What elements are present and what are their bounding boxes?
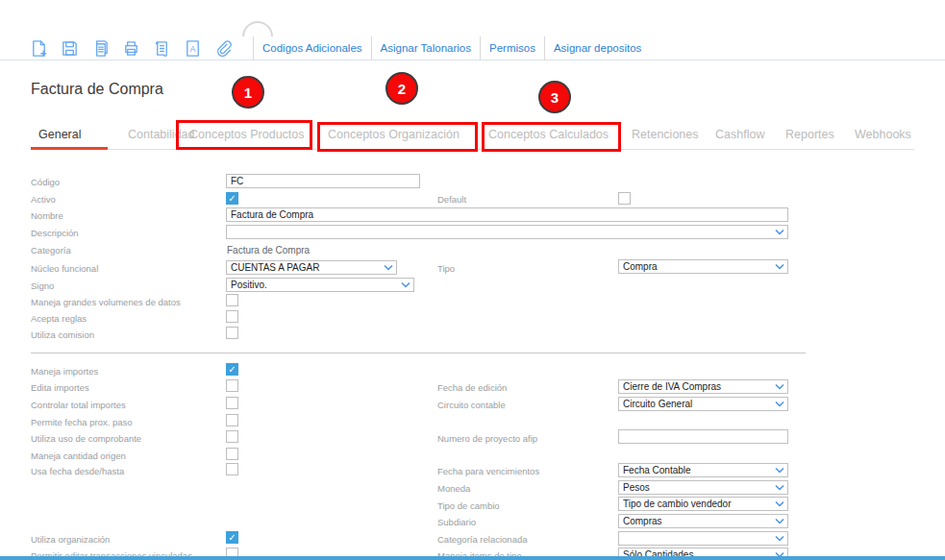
fecha-edicion-value: Cierre de IVA Compras <box>619 381 775 392</box>
save-icon[interactable] <box>60 38 80 59</box>
chevron-down-icon <box>775 519 784 524</box>
descripcion-label: Descripción <box>31 228 79 238</box>
edita-importes-label: Edita importes <box>31 382 89 393</box>
categoria-label: Categoría <box>31 245 71 256</box>
utiliza-uso-checkbox[interactable] <box>226 430 238 443</box>
categoria-relacionada-label: Categoría relacionada <box>437 534 527 545</box>
nucleo-funcional-select[interactable]: CUENTAS A PAGAR <box>226 260 397 275</box>
circuito-contable-label: Circuito contable <box>437 400 506 410</box>
fecha-vencimientos-label: Fecha para vencimientos <box>437 466 539 476</box>
section-divider <box>31 353 806 353</box>
text-document-icon[interactable]: A <box>183 38 203 59</box>
subdiario-label: Subdiario <box>437 517 476 527</box>
default-label: Default <box>437 194 466 205</box>
permite-fecha-label: Permite fecha prox. paso <box>31 417 133 427</box>
attachment-icon[interactable] <box>213 38 234 59</box>
tab-cashflow[interactable]: Cashflow <box>715 128 764 141</box>
journal-icon[interactable] <box>152 38 172 59</box>
toolbar-separator <box>253 37 254 60</box>
chevron-down-icon <box>384 265 393 271</box>
descripcion-select[interactable] <box>226 225 788 239</box>
default-checkbox[interactable] <box>618 192 631 205</box>
annotation-circle-3: 3 <box>538 81 571 113</box>
subdiario-value: Compras <box>619 516 775 526</box>
new-document-icon[interactable] <box>29 38 49 59</box>
tab-webhooks[interactable]: Webhooks <box>855 128 911 141</box>
moneda-select[interactable]: Pesos <box>618 480 788 495</box>
signo-select[interactable]: Positivo. <box>226 278 414 292</box>
utiliza-comision-checkbox[interactable] <box>226 327 238 339</box>
permisos-link[interactable]: Permisos <box>489 42 535 54</box>
tab-retenciones[interactable]: Retenciones <box>632 128 699 141</box>
chevron-down-icon <box>775 264 784 270</box>
toolbar-divider <box>0 60 945 61</box>
annotation-box-1 <box>176 120 312 150</box>
codigos-adicionales-link[interactable]: Codigos Adicionales <box>262 42 362 54</box>
annotation-number: 2 <box>398 81 406 97</box>
fecha-vencimientos-select[interactable]: Fecha Contable <box>618 463 788 477</box>
numero-proyecto-label: Numero de proyecto afip <box>437 433 537 444</box>
tipo-value: Compra <box>619 261 775 272</box>
bottom-blue-bar <box>0 556 945 560</box>
chevron-down-icon <box>775 536 784 542</box>
maneja-cantidad-label: Maneja cantidad origen <box>31 450 126 461</box>
tipo-select[interactable]: Compra <box>618 259 788 274</box>
chevron-down-icon <box>775 468 784 474</box>
permite-fecha-checkbox[interactable] <box>226 414 238 426</box>
codigo-input[interactable] <box>226 174 420 188</box>
circuito-contable-select[interactable]: Circuito General <box>618 397 788 411</box>
signo-label: Signo <box>31 280 54 291</box>
maneja-grandes-label: Maneja grandes volumenes de datos <box>31 297 181 307</box>
print-icon[interactable] <box>121 38 141 59</box>
toolbar-separator <box>544 37 545 60</box>
fecha-edicion-select[interactable]: Cierre de IVA Compras <box>618 379 788 394</box>
maneja-grandes-checkbox[interactable] <box>226 294 238 306</box>
svg-text:A: A <box>190 43 196 53</box>
annotation-circle-2: 2 <box>385 72 418 105</box>
activo-checkbox[interactable] <box>226 192 238 205</box>
utiliza-organizacion-checkbox[interactable] <box>226 531 238 544</box>
numero-proyecto-input[interactable] <box>618 429 788 444</box>
asignar-depositos-link[interactable]: Asignar depositos <box>554 42 641 54</box>
utiliza-uso-label: Utiliza uso de comprobante <box>31 433 141 444</box>
fecha-vencimientos-value: Fecha Contable <box>619 465 775 475</box>
tipo-cambio-label: Tipo de cambio <box>437 500 500 511</box>
asignar-talonarios-link[interactable]: Asignar Talonarios <box>381 42 471 54</box>
chevron-down-icon <box>775 402 784 407</box>
toolbar-separator <box>480 37 481 60</box>
toolbar: A Codigos Adicionales Asignar Talonarios… <box>29 37 641 60</box>
annotation-box-2 <box>317 122 478 152</box>
page-title: Factura de Compra <box>31 81 163 98</box>
acepta-reglas-label: Acepta reglas <box>31 313 87 324</box>
edita-importes-checkbox[interactable] <box>226 379 238 392</box>
copy-icon[interactable] <box>90 38 111 59</box>
usa-fecha-checkbox[interactable] <box>226 463 238 475</box>
categoria-relacionada-select[interactable] <box>618 531 788 546</box>
subdiario-select[interactable]: Compras <box>618 514 788 528</box>
loading-spinner-arc <box>242 21 273 37</box>
moneda-value: Pesos <box>619 482 775 493</box>
controlar-total-checkbox[interactable] <box>226 397 238 409</box>
codigo-label: Código <box>31 177 60 187</box>
maneja-importes-checkbox[interactable] <box>226 363 238 376</box>
signo-value: Positivo. <box>227 280 401 290</box>
active-tab-underline <box>31 147 108 150</box>
annotation-box-3 <box>482 122 621 152</box>
tipo-cambio-value: Tipo de cambio vendedor <box>619 499 775 509</box>
activo-label: Activo <box>31 194 56 205</box>
toolbar-separator <box>371 37 372 60</box>
tab-general[interactable]: General <box>38 128 81 141</box>
acepta-reglas-checkbox[interactable] <box>226 310 238 323</box>
chevron-down-icon <box>401 282 410 288</box>
maneja-cantidad-checkbox[interactable] <box>226 448 238 460</box>
tab-reportes[interactable]: Reportes <box>785 128 834 141</box>
annotation-number: 1 <box>244 85 252 101</box>
nucleo-funcional-value: CUENTAS A PAGAR <box>227 262 384 273</box>
maneja-importes-label: Maneja importes <box>31 366 98 377</box>
tipo-cambio-select[interactable]: Tipo de cambio vendedor <box>618 497 788 511</box>
chevron-down-icon <box>775 230 784 235</box>
nombre-input[interactable] <box>226 207 788 222</box>
purchase-invoice-settings-window: A Codigos Adicionales Asignar Talonarios… <box>0 0 945 560</box>
nombre-label: Nombre <box>31 210 63 221</box>
chevron-down-icon <box>775 501 784 507</box>
